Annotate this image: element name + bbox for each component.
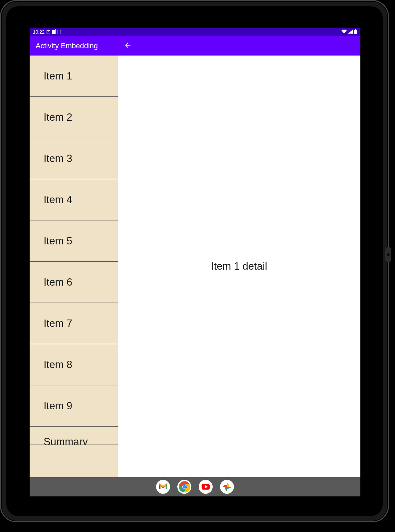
status-bar: 10:22 A	[30, 28, 360, 36]
battery-icon	[354, 29, 357, 35]
gmail-icon[interactable]	[156, 480, 170, 494]
status-left: 10:22 A	[33, 29, 61, 35]
list-item[interactable]: Item 6	[30, 262, 118, 303]
storage-icon	[58, 30, 61, 34]
status-time: 10:22	[33, 29, 45, 35]
chrome-icon[interactable]	[177, 480, 191, 494]
list-item[interactable]: Item 4	[30, 179, 118, 220]
detail-text: Item 1 detail	[211, 260, 267, 272]
list-item-label: Item 2	[44, 111, 72, 123]
detail-pane: Item 1 detail	[118, 56, 360, 477]
list-item[interactable]: Item 1	[30, 56, 118, 97]
svg-rect-0	[354, 30, 357, 34]
back-icon[interactable]	[124, 41, 132, 51]
power-indicator-icon	[387, 253, 390, 256]
list-item-label: Item 6	[44, 276, 72, 288]
list-item[interactable]: Item 7	[30, 303, 118, 344]
list-pane: Item 1 Item 2 Item 3 Item 4 Item 5 Item …	[30, 56, 118, 477]
clipboard-icon	[52, 30, 56, 34]
tablet-frame: 10:22 A Activity Embedding	[0, 0, 389, 522]
nav-bar	[30, 477, 360, 496]
wifi-icon	[341, 29, 347, 35]
svg-rect-1	[355, 29, 356, 30]
youtube-icon[interactable]	[199, 480, 213, 494]
app-bar: Activity Embedding	[30, 36, 360, 56]
list-item[interactable]: Item 9	[30, 385, 118, 427]
app-title: Activity Embedding	[30, 42, 118, 50]
svg-rect-4	[166, 484, 167, 489]
status-right	[341, 29, 357, 35]
list-item-label: Item 9	[44, 400, 72, 412]
signal-icon	[348, 29, 353, 35]
app-bar-detail	[118, 41, 360, 51]
list-item-label: Item 8	[44, 359, 72, 371]
list-item[interactable]: Item 2	[30, 97, 118, 138]
list-item[interactable]: Item 8	[30, 344, 118, 385]
list-item-label: Item 5	[44, 235, 72, 247]
list-item-label: Item 7	[44, 318, 72, 330]
list-item[interactable]: Summary	[30, 427, 118, 445]
body-split: Item 1 Item 2 Item 3 Item 4 Item 5 Item …	[30, 56, 360, 477]
photos-icon[interactable]	[220, 480, 234, 494]
svg-point-9	[183, 485, 186, 489]
list-item-label: Item 4	[44, 194, 72, 206]
keyboard-indicator-icon: A	[47, 30, 50, 34]
list-item-label: Item 3	[44, 153, 72, 165]
list-item[interactable]: Item 3	[30, 138, 118, 179]
list-item[interactable]: Item 5	[30, 220, 118, 262]
screen: 10:22 A Activity Embedding	[30, 28, 360, 496]
list-item-label: Summary	[44, 436, 88, 445]
list-item-label: Item 1	[44, 70, 72, 82]
power-button[interactable]	[385, 247, 391, 262]
